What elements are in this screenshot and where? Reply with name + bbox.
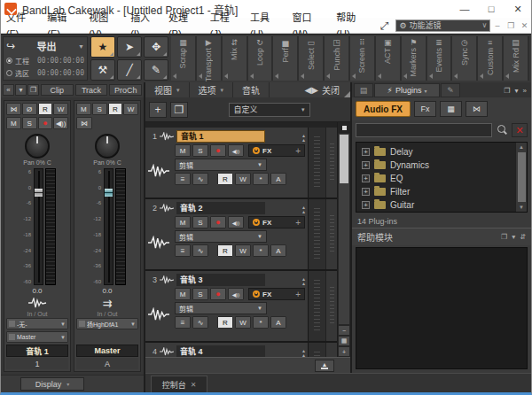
offset-mode-icon[interactable]: ≡ <box>175 316 191 329</box>
automation-write-button[interactable]: W <box>235 316 251 329</box>
child-restore-button[interactable]: ❐ <box>505 21 518 30</box>
function-filter-dropdown[interactable]: ⚙ 功能滤镜 ∨ <box>395 19 490 32</box>
tool-button[interactable]: ★ <box>90 36 115 58</box>
toolbar-module[interactable]: ⇵ Mix <box>223 36 248 81</box>
expand-plus-icon[interactable]: + <box>362 174 370 182</box>
automation-arm-button[interactable]: A <box>270 244 286 257</box>
media-tab[interactable]: ▤ <box>354 83 373 97</box>
collapse-chevron-icon[interactable]: ▴▴ <box>301 347 305 356</box>
fx-bin[interactable]: FX + <box>248 216 305 228</box>
console-tab[interactable]: 控制台 ✕ <box>151 376 207 392</box>
chevron-down-icon[interactable]: ▾ <box>515 87 519 95</box>
fader-cap[interactable] <box>105 189 113 197</box>
export-dropdown[interactable]: ↪ 导出 ▼ <box>6 39 84 53</box>
toolbar-module[interactable]: ◷ Sync <box>452 36 478 81</box>
record-arm-button[interactable]: ● <box>210 288 226 300</box>
child-minimize-button[interactable]: ‒ <box>490 21 504 30</box>
clips-lane[interactable] <box>308 271 325 341</box>
input-echo-button[interactable]: ◀)) <box>228 216 244 228</box>
plugin-type-button[interactable]: Fx <box>414 101 436 117</box>
plugin-type-button[interactable]: ▦ <box>440 101 462 117</box>
toolbar-module[interactable]: ▅ Perf <box>273 36 299 81</box>
plugins-tab[interactable]: ⚡ Plugins ▾ <box>374 83 440 97</box>
chevron-down-icon[interactable]: ▾ <box>512 233 515 241</box>
duplicate-icon[interactable]: ❐ <box>170 102 188 118</box>
pan-knob[interactable] <box>95 134 120 159</box>
clips-lane[interactable] <box>308 128 325 198</box>
automation-read-button[interactable]: R <box>217 244 233 257</box>
strip-button[interactable]: M <box>6 117 21 129</box>
zoom-fit-button[interactable]: ▦ <box>338 336 350 346</box>
strip-button[interactable]: R <box>38 103 53 115</box>
clip-dropdown[interactable]: 剪辑 ▼ <box>175 159 267 171</box>
tool-button[interactable]: ⚒ <box>90 59 115 81</box>
strip-button[interactable]: M <box>76 103 91 115</box>
volume-fader[interactable] <box>104 168 113 285</box>
maximize-button[interactable]: □ <box>478 0 505 18</box>
search-icon[interactable] <box>496 124 508 136</box>
float-window-icon[interactable]: ❐ <box>27 84 39 96</box>
scrollbar-thumb[interactable] <box>340 135 348 183</box>
clear-search-button[interactable]: ✕ <box>512 123 528 137</box>
output-dropdown[interactable]: 扬HghDfA1 ▼ <box>76 318 138 329</box>
track-name[interactable]: 音轨 3 <box>176 274 265 286</box>
solo-button[interactable]: S <box>192 288 208 300</box>
track-name[interactable]: 音轨 2 <box>176 202 265 214</box>
input-echo-button[interactable]: ◀)) <box>228 288 244 300</box>
toolbar-module[interactable]: ⚑ Markers <box>402 36 427 81</box>
envelope-icon[interactable]: ∿ <box>192 244 208 257</box>
zoom-out-button[interactable]: − <box>338 325 350 336</box>
strip-button[interactable]: ⋈ <box>76 117 92 129</box>
audio-fx-button[interactable]: Audio FX <box>356 101 411 117</box>
child-close-button[interactable]: ✕ <box>518 21 531 30</box>
plugin-type-button[interactable]: ⋈ <box>466 101 488 117</box>
export-range-row[interactable]: 工程 00:00:00:00 <box>6 56 84 66</box>
fx-add-button[interactable]: + <box>295 146 301 156</box>
inspector-tab[interactable]: Clip <box>41 84 74 96</box>
plugin-folder-row[interactable]: + Dynamics <box>362 159 513 172</box>
chevron-down-icon[interactable]: ▾ <box>15 84 27 96</box>
strip-button[interactable]: ● <box>38 117 53 129</box>
plugin-folder-row[interactable]: + Delay <box>362 145 513 159</box>
toolbar-module[interactable]: ≡ Custom <box>478 36 504 81</box>
clips-lane-gutter[interactable] <box>325 343 337 357</box>
track-name[interactable]: 音轨 1 <box>176 130 265 143</box>
toolbar-module[interactable]: ▦ Scrap <box>171 36 197 81</box>
strip-name[interactable]: 音轨 1 <box>6 345 68 357</box>
plugin-folder-row[interactable]: + EQ <box>362 172 513 185</box>
input-dropdown[interactable]: -无- ▼ <box>6 318 68 329</box>
toolbar-module[interactable]: ▭ Select <box>299 36 325 81</box>
clips-lane[interactable] <box>308 199 325 269</box>
solo-button[interactable]: S <box>192 144 208 157</box>
strip-button[interactable]: ◀)) <box>53 117 68 129</box>
search-input[interactable] <box>356 123 492 137</box>
export-range-row[interactable]: 选区 00:00:00:00 <box>6 68 84 78</box>
fx-bin[interactable]: FX + <box>248 144 305 157</box>
pan-knob[interactable] <box>25 134 50 159</box>
collapse-icon[interactable]: « <box>3 84 14 96</box>
toolbar-module[interactable]: ◳ Punch <box>325 36 350 81</box>
clips-lane-gutter[interactable] <box>325 199 337 269</box>
add-track-button[interactable]: + <box>149 102 167 118</box>
strip-button[interactable]: Ø <box>22 103 37 115</box>
radio-icon[interactable] <box>6 70 12 76</box>
clips-lane[interactable] <box>308 343 325 357</box>
dock-icon[interactable]: ❐ <box>501 233 507 241</box>
fit-tracks-button[interactable] <box>338 122 350 133</box>
tool-button[interactable]: ╱ <box>117 59 142 81</box>
automation-write-button[interactable]: W <box>235 244 251 257</box>
expand-vertical-icon[interactable]: ⇵ <box>520 233 526 241</box>
tree-scroll-thumb[interactable] <box>518 152 526 202</box>
plugin-folder-row[interactable]: + Filter <box>362 185 513 198</box>
automation-snapshot-button[interactable]: * <box>253 173 269 185</box>
eject-button[interactable]: ▲ <box>315 360 334 372</box>
resize-corner-icon[interactable] <box>344 91 350 97</box>
tracks-menu[interactable]: 音轨 <box>233 82 270 97</box>
inspector-tab[interactable]: Track <box>75 84 108 96</box>
offset-mode-icon[interactable]: ≡ <box>175 173 191 185</box>
automation-arm-button[interactable]: A <box>270 173 286 185</box>
tree-scrollbar[interactable]: ▲ ▼ <box>515 143 527 212</box>
strip-button[interactable]: ⋈ <box>6 103 21 115</box>
clip-dropdown[interactable]: 剪辑 ▼ <box>175 302 267 314</box>
input-echo-button[interactable]: ◀)) <box>228 144 244 157</box>
